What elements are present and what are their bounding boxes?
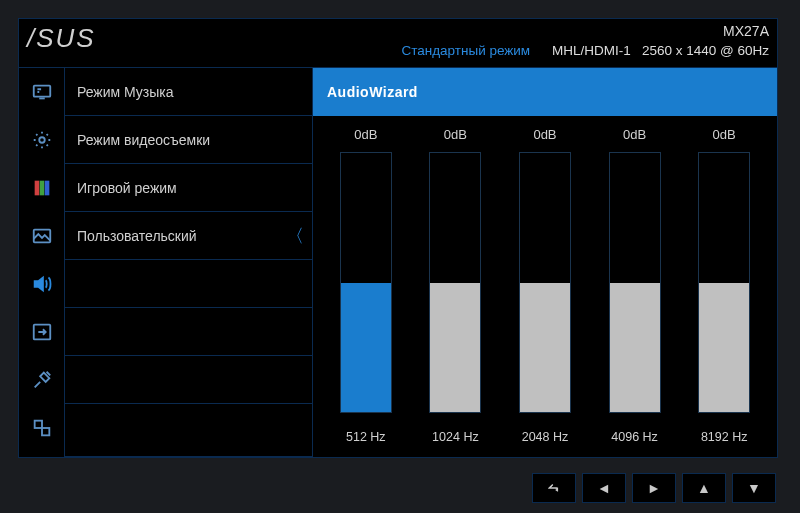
eq-hz-label: 8192 Hz xyxy=(701,417,748,457)
submenu: Режим Музыка Режим видеосъемки Игровой р… xyxy=(65,68,313,457)
svg-rect-7 xyxy=(34,421,41,428)
nav-back-button[interactable] xyxy=(532,473,576,503)
back-icon xyxy=(547,481,561,495)
menu-item-label: Режим Музыка xyxy=(77,84,174,100)
picture-mode-label: Стандартный режим xyxy=(401,43,530,58)
eq-db-label: 0dB xyxy=(354,116,377,152)
menu-empty-row xyxy=(65,308,312,356)
menu-item-game[interactable]: Игровой режим xyxy=(65,164,312,212)
color-icon xyxy=(31,177,53,199)
svg-rect-3 xyxy=(39,181,44,196)
content-title: AudioWizard xyxy=(313,68,777,116)
svg-rect-8 xyxy=(42,428,49,435)
svg-rect-4 xyxy=(44,181,49,196)
eq-band[interactable]: 0dB4096 Hz xyxy=(596,116,674,457)
eq-hz-label: 512 Hz xyxy=(346,417,386,457)
brightness-icon xyxy=(31,129,53,151)
eq-bar-fill xyxy=(520,283,570,413)
right-icon: ► xyxy=(647,480,661,496)
eq-bar[interactable] xyxy=(519,152,571,413)
input-label: MHL/HDMI-1 xyxy=(552,43,631,58)
eq-bar[interactable] xyxy=(340,152,392,413)
content-pane: AudioWizard 0dB512 Hz0dB1024 Hz0dB2048 H… xyxy=(313,68,777,457)
model-label: MX27A xyxy=(723,23,769,39)
shortcut-icon xyxy=(31,417,53,439)
sidebar-system[interactable] xyxy=(19,356,64,404)
nav-right-button[interactable]: ► xyxy=(632,473,676,503)
menu-item-label: Пользовательский xyxy=(77,228,197,244)
eq-hz-label: 1024 Hz xyxy=(432,417,479,457)
eq-bar-fill xyxy=(430,283,480,413)
nav-up-button[interactable]: ▲ xyxy=(682,473,726,503)
menu-empty-row xyxy=(65,356,312,404)
nav-buttons: ◄ ► ▲ ▼ xyxy=(532,473,776,503)
eq-db-label: 0dB xyxy=(623,116,646,152)
splendid-icon xyxy=(31,81,53,103)
menu-item-user[interactable]: Пользовательский 〈 xyxy=(65,212,312,260)
svg-rect-2 xyxy=(34,181,39,196)
header: /SUS MX27A Стандартный режим MHL/HDMI-1 … xyxy=(19,19,777,67)
down-icon: ▼ xyxy=(747,480,761,496)
eq-bar[interactable] xyxy=(429,152,481,413)
eq-bar-fill xyxy=(699,283,749,413)
eq-band[interactable]: 0dB8192 Hz xyxy=(685,116,763,457)
eq-hz-label: 4096 Hz xyxy=(611,417,658,457)
tools-icon xyxy=(31,369,53,391)
svg-point-1 xyxy=(39,137,45,143)
input-icon xyxy=(31,321,53,343)
sidebar-image[interactable] xyxy=(19,212,64,260)
menu-item-music[interactable]: Режим Музыка xyxy=(65,68,312,116)
menu-spacer xyxy=(65,404,312,457)
sidebar-shortcut[interactable] xyxy=(19,404,64,452)
menu-empty-row xyxy=(65,260,312,308)
nav-left-button[interactable]: ◄ xyxy=(582,473,626,503)
menu-item-label: Игровой режим xyxy=(77,180,177,196)
image-icon xyxy=(31,225,53,247)
header-status: Стандартный режим MHL/HDMI-1 2560 x 1440… xyxy=(401,43,769,58)
sound-icon xyxy=(31,273,53,295)
eq-band[interactable]: 0dB1024 Hz xyxy=(416,116,494,457)
menu-item-video[interactable]: Режим видеосъемки xyxy=(65,116,312,164)
eq-band[interactable]: 0dB512 Hz xyxy=(327,116,405,457)
brand-logo: /SUS xyxy=(27,23,96,54)
eq-db-label: 0dB xyxy=(444,116,467,152)
eq-db-label: 0dB xyxy=(713,116,736,152)
equalizer: 0dB512 Hz0dB1024 Hz0dB2048 Hz0dB4096 Hz0… xyxy=(313,116,777,457)
chevron-left-icon: 〈 xyxy=(286,224,304,248)
sidebar-splendid[interactable] xyxy=(19,68,64,116)
sidebar-bluelight[interactable] xyxy=(19,116,64,164)
osd-panel: /SUS MX27A Стандартный режим MHL/HDMI-1 … xyxy=(18,18,778,458)
eq-bar-fill xyxy=(341,283,391,413)
sidebar-color[interactable] xyxy=(19,164,64,212)
eq-db-label: 0dB xyxy=(533,116,556,152)
eq-bar-fill xyxy=(610,283,660,413)
menu-item-label: Режим видеосъемки xyxy=(77,132,210,148)
eq-bar[interactable] xyxy=(698,152,750,413)
eq-hz-label: 2048 Hz xyxy=(522,417,569,457)
left-icon: ◄ xyxy=(597,480,611,496)
up-icon: ▲ xyxy=(697,480,711,496)
body: Режим Музыка Режим видеосъемки Игровой р… xyxy=(19,67,777,457)
sidebar xyxy=(19,68,65,457)
svg-rect-0 xyxy=(33,86,50,97)
eq-band[interactable]: 0dB2048 Hz xyxy=(506,116,584,457)
nav-down-button[interactable]: ▼ xyxy=(732,473,776,503)
eq-bar[interactable] xyxy=(609,152,661,413)
resolution-label: 2560 x 1440 @ 60Hz xyxy=(642,43,769,58)
sidebar-sound[interactable] xyxy=(19,260,64,308)
sidebar-input[interactable] xyxy=(19,308,64,356)
